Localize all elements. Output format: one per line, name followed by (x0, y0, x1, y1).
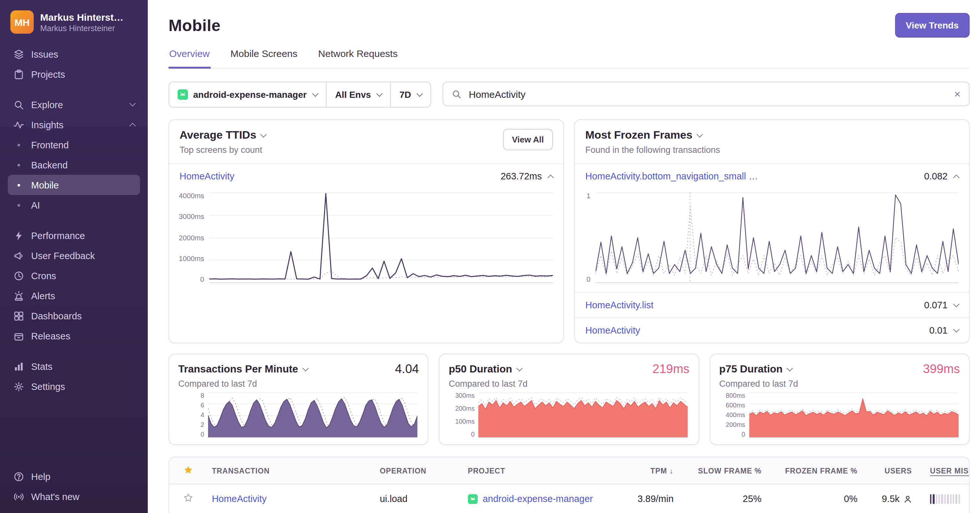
sidebar-item-projects[interactable]: Projects (8, 64, 140, 84)
ttid-value: 263.72ms (501, 171, 542, 181)
sidebar-item-label: Performance (31, 230, 85, 241)
sidebar-item-label: User Feedback (31, 250, 95, 261)
gear-icon (13, 381, 25, 392)
avatar: MH (10, 10, 34, 34)
sidebar-item-user-feedback[interactable]: User Feedback (8, 246, 140, 265)
clear-search-icon[interactable]: × (954, 88, 961, 99)
user-menu[interactable]: MH Markus Hinterst… Markus Hintersteiner (8, 9, 140, 44)
transactions-table: TRANSACTION OPERATION PROJECT TPM ↓ SLOW… (169, 457, 970, 513)
column-header-transaction[interactable]: TRANSACTION (203, 457, 371, 484)
card-subtitle: Found in the following transactions (585, 145, 720, 155)
sidebar-item-settings[interactable]: Settings (8, 376, 140, 396)
card-subtitle: Compared to last 7d (719, 379, 960, 389)
column-header-project[interactable]: PROJECT (458, 457, 614, 484)
sidebar-item-releases[interactable]: Releases (8, 326, 140, 346)
chevron-down-icon[interactable] (787, 365, 793, 371)
bullet-icon (13, 204, 25, 206)
sidebar-item-stats[interactable]: Stats (8, 356, 140, 376)
tpm-area-chart (208, 392, 418, 438)
sidebar-item-backend[interactable]: Backend (8, 155, 140, 175)
sidebar-item-label: Dashboards (31, 311, 82, 321)
sidebar-item-alerts[interactable]: Alerts (8, 286, 140, 306)
search-bar[interactable]: × (443, 82, 970, 106)
sidebar-item-label: Help (31, 471, 51, 481)
project-selector[interactable]: android-expense-manager (169, 82, 327, 107)
favorite-star-icon[interactable] (184, 494, 194, 505)
frozen-transaction-link[interactable]: HomeActivity.list (585, 300, 654, 310)
column-header-slow-frame[interactable]: SLOW FRAME % (682, 457, 770, 484)
siren-icon (13, 291, 25, 301)
column-header-user-misery[interactable]: USER MISERY (921, 457, 969, 484)
y-axis-labels: 86420 (178, 392, 208, 438)
chevron-down-icon[interactable] (516, 365, 523, 371)
project-link[interactable]: android-expense-manager (482, 494, 593, 504)
sidebar-item-help[interactable]: Help (8, 466, 140, 486)
column-header-frozen-frame[interactable]: FROZEN FRAME % (771, 457, 867, 484)
tab-bar: Overview Mobile Screens Network Requests (169, 48, 970, 69)
frozen-value: 0.082 (924, 171, 948, 181)
expand-chevron-icon[interactable] (953, 326, 959, 332)
transaction-link[interactable]: HomeActivity (212, 494, 267, 504)
sidebar-item-crons[interactable]: Crons (8, 265, 140, 286)
sidebar-item-whats-new[interactable]: What's new (8, 486, 140, 507)
frozen-transaction-link[interactable]: HomeActivity (585, 325, 640, 335)
android-project-icon (468, 494, 477, 503)
star-column-header[interactable] (169, 457, 203, 484)
chevron-down-icon[interactable] (697, 131, 703, 137)
sidebar-item-mobile[interactable]: Mobile (8, 175, 140, 195)
date-range-selector[interactable]: 7D (391, 82, 431, 107)
card-title: Transactions Per Minute (178, 364, 298, 375)
explore-icon (13, 99, 25, 110)
broadcast-icon (13, 491, 25, 502)
environment-selector[interactable]: All Envs (327, 82, 391, 107)
sidebar-item-dashboards[interactable]: Dashboards (8, 306, 140, 326)
p75-area-chart (749, 392, 959, 438)
p75-value: 399ms (923, 362, 960, 376)
sidebar-item-insights[interactable]: Insights (8, 114, 140, 135)
sidebar-item-performance[interactable]: Performance (8, 226, 140, 246)
projects-icon (13, 69, 25, 79)
filter-bar: android-expense-manager All Envs 7D × (169, 82, 970, 108)
tab-network-requests[interactable]: Network Requests (318, 48, 398, 69)
user-org: Markus Hintersteiner (40, 24, 124, 33)
card-subtitle: Top screens by count (180, 145, 266, 155)
page-title: Mobile (169, 16, 221, 35)
card-title: Average TTIDs (180, 129, 256, 142)
expand-chevron-icon[interactable] (953, 300, 959, 307)
column-header-tpm[interactable]: TPM ↓ (615, 457, 683, 484)
column-header-users[interactable]: USERS (867, 457, 921, 484)
column-header-operation[interactable]: OPERATION (371, 457, 458, 484)
collapse-chevron-icon[interactable] (547, 174, 554, 181)
frozen-frame-cell: 0% (771, 484, 867, 513)
frozen-frames-card: Most Frozen Frames Found in the followin… (574, 119, 970, 343)
p75-duration-card: p75 Duration 399ms Compared to last 7d 8… (710, 354, 970, 445)
ttid-screen-link[interactable]: HomeActivity (180, 171, 234, 181)
chevron-down-icon (417, 90, 423, 97)
tpm-cell: 3.89/min (615, 484, 683, 513)
chevron-down-icon[interactable] (302, 365, 309, 371)
chevron-down-icon[interactable] (261, 131, 267, 137)
app-window: MH Markus Hinterst… Markus Hintersteiner… (0, 0, 980, 513)
p50-duration-card: p50 Duration 219ms Compared to last 7d 3… (439, 354, 699, 445)
sort-desc-icon: ↓ (670, 467, 674, 475)
frozen-transaction-link[interactable]: HomeActivity.bottom_navigation_small … (585, 171, 758, 181)
sidebar-item-label: Mobile (31, 180, 59, 190)
sidebar-item-frontend[interactable]: Frontend (8, 135, 140, 155)
bar-chart-icon (13, 361, 25, 372)
search-input[interactable] (467, 88, 948, 100)
p50-value: 219ms (652, 362, 689, 376)
sidebar-item-explore[interactable]: Explore (8, 95, 140, 114)
collapse-chevron-icon[interactable] (953, 174, 959, 181)
help-icon (13, 471, 25, 481)
search-icon (452, 89, 461, 99)
tab-mobile-screens[interactable]: Mobile Screens (230, 48, 298, 69)
issues-icon (13, 49, 25, 59)
grid-icon (13, 311, 25, 321)
tab-overview[interactable]: Overview (169, 48, 210, 69)
view-all-button[interactable]: View All (503, 129, 553, 150)
sidebar-item-ai[interactable]: AI (8, 195, 140, 215)
p50-area-chart (479, 392, 688, 438)
sidebar-item-issues[interactable]: Issues (8, 44, 140, 64)
view-trends-button[interactable]: View Trends (895, 13, 970, 38)
user-name: Markus Hinterst… (40, 11, 124, 22)
